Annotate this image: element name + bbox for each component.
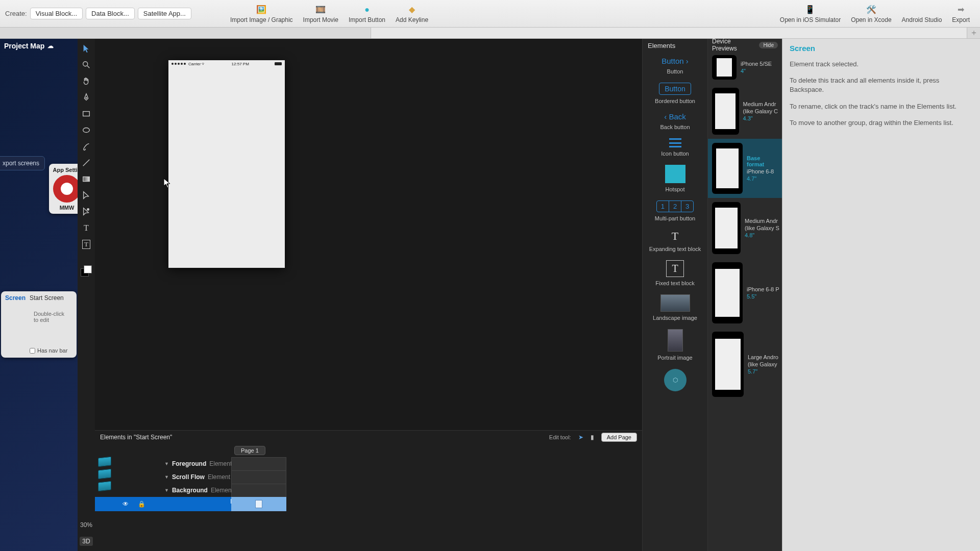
screen-card[interactable]: Screen Start Screen Double-click to edit… bbox=[1, 291, 77, 358]
portrait-image-preview bbox=[668, 329, 683, 352]
node-select-tool[interactable] bbox=[81, 206, 92, 217]
import-movie-button[interactable]: 🎞️ Import Movie bbox=[303, 4, 338, 23]
elements-library-panel: Elements Button › Button Button Bordered… bbox=[642, 39, 707, 551]
rectangle-tool[interactable] bbox=[81, 108, 92, 119]
element-item-back-button[interactable]: ‹ Back Back button bbox=[643, 108, 707, 134]
element-item-bordered-button[interactable]: Button Bordered button bbox=[643, 79, 707, 108]
element-label: Multi-part button bbox=[655, 215, 695, 221]
open-xcode-button[interactable]: 🛠️ Open in Xcode bbox=[851, 4, 891, 23]
export-button[interactable]: ➡︎ Export bbox=[952, 4, 970, 23]
element-item-expanding-text[interactable]: T Expanding text block bbox=[643, 226, 707, 256]
back-button-preview: ‹ Back bbox=[664, 112, 686, 121]
device-item-iphone6-8[interactable]: Base formatiPhone 6-84.7" bbox=[708, 139, 782, 198]
add-keyline-button[interactable]: ◆ Add Keyline bbox=[396, 4, 428, 23]
layer-icon[interactable] bbox=[98, 469, 111, 480]
ellipse-tool[interactable] bbox=[81, 124, 92, 136]
device-item-android-43[interactable]: Medium Andr(like Galaxy C4.3" bbox=[708, 84, 782, 139]
create-satellite-app-button[interactable]: Satellite App... bbox=[138, 8, 191, 19]
lock-icon[interactable]: 🔒 bbox=[138, 500, 145, 508]
app-logo-icon bbox=[53, 175, 78, 203]
has-nav-bar-checkbox[interactable]: Has nav bar bbox=[30, 347, 67, 354]
device-frame-icon bbox=[712, 332, 744, 397]
edit-tool-label: Edit tool: bbox=[549, 434, 571, 440]
elements-timeline-panel: Elements in "Start Screen" Edit tool: ➤ … bbox=[95, 430, 642, 551]
device-frame-icon bbox=[712, 202, 741, 254]
element-label: Back button bbox=[660, 124, 690, 130]
device-previews-panel: Device Previews Hide iPhone 5/SE4" Mediu… bbox=[707, 39, 782, 551]
selected-track-block[interactable] bbox=[231, 497, 286, 511]
device-previews-header: Device Previews bbox=[712, 39, 756, 52]
line-tool[interactable] bbox=[81, 157, 92, 168]
top-toolbar: Create: Visual Block... Data Block... Sa… bbox=[0, 0, 980, 28]
element-item-icon-button[interactable]: Icon button bbox=[643, 134, 707, 161]
device-item-iphone-plus[interactable]: iPhone 6-8 P5.5" bbox=[708, 258, 782, 328]
element-item-button[interactable]: Button › Button bbox=[643, 53, 707, 79]
canvas-area[interactable]: Carrier ᯤ 12:57 PM Elements in "Start Sc… bbox=[95, 39, 642, 551]
text-tool[interactable]: T bbox=[81, 222, 92, 234]
layer-icon[interactable] bbox=[98, 481, 111, 492]
three-d-toggle[interactable]: 3D bbox=[80, 537, 92, 546]
text-box-tool[interactable]: T bbox=[81, 239, 92, 250]
element-item-portrait-image[interactable]: Portrait image bbox=[643, 325, 707, 365]
element-item-multipart-button[interactable]: 123 Multi-part button bbox=[643, 196, 707, 226]
device-item-android-48[interactable]: Medium Andr(like Galaxy S4.8" bbox=[708, 198, 782, 258]
document-tab[interactable] bbox=[0, 28, 371, 38]
project-map-title: Project Map bbox=[4, 42, 44, 50]
inspector-text: To rename, click on the track's name in … bbox=[790, 102, 973, 111]
hide-device-previews-button[interactable]: Hide bbox=[759, 42, 778, 48]
screen-card-name: Start Screen bbox=[30, 294, 64, 302]
element-label: Hotspot bbox=[666, 186, 685, 192]
import-button-label: Import Button bbox=[349, 16, 385, 23]
disclosure-triangle-icon[interactable]: ▼ bbox=[164, 461, 169, 466]
add-tab-button[interactable]: ＋ bbox=[967, 28, 980, 38]
device-size: 5.7" bbox=[748, 368, 778, 374]
app-settings-card[interactable]: App Settin MMW bbox=[49, 164, 78, 214]
direct-select-tool[interactable] bbox=[81, 190, 92, 201]
project-map-panel: Project Map ☁︎ xport screens App Settin … bbox=[0, 39, 78, 551]
device-size: 4.7" bbox=[747, 176, 778, 182]
layer-stack-icons bbox=[98, 457, 111, 491]
open-ios-simulator-button[interactable]: 📱 Open in iOS Simulator bbox=[780, 4, 841, 23]
layer-icon[interactable] bbox=[98, 457, 111, 467]
device-status-bar: Carrier ᯤ 12:57 PM bbox=[168, 60, 285, 67]
xcode-icon: 🛠️ bbox=[866, 4, 877, 15]
gradient-tool[interactable] bbox=[81, 173, 92, 185]
element-item-landscape-image[interactable]: Landscape image bbox=[643, 290, 707, 325]
element-item-fixed-text[interactable]: T Fixed text block bbox=[643, 256, 707, 290]
import-image-button[interactable]: 🖼️ Import Image / Graphic bbox=[230, 4, 293, 23]
element-label: Landscape image bbox=[653, 315, 697, 321]
select-tool[interactable] bbox=[81, 43, 92, 54]
visibility-icon[interactable]: 👁 bbox=[122, 500, 129, 508]
create-visual-block-button[interactable]: Visual Block... bbox=[30, 8, 83, 19]
device-preview-frame: Carrier ᯤ 12:57 PM bbox=[168, 60, 285, 268]
page-chip[interactable]: Page 1 bbox=[234, 446, 265, 455]
edit-tool-arrow-icon[interactable]: ➤ bbox=[578, 434, 583, 441]
has-nav-bar-input[interactable] bbox=[30, 348, 35, 354]
elements-header: Elements bbox=[643, 39, 707, 53]
expanding-text-preview: T bbox=[672, 230, 678, 243]
color-swatch[interactable] bbox=[81, 265, 92, 277]
zoom-tool[interactable] bbox=[81, 59, 92, 70]
hand-tool[interactable] bbox=[81, 76, 92, 87]
base-format-label: Base format bbox=[747, 155, 778, 167]
disclosure-triangle-icon[interactable]: ▼ bbox=[164, 488, 169, 493]
android-studio-button[interactable]: Android Studio bbox=[902, 4, 942, 23]
export-screens-bubble[interactable]: xport screens bbox=[0, 156, 45, 170]
edit-tool-clip-icon[interactable]: ▮ bbox=[591, 434, 594, 441]
button-preview: Button › bbox=[662, 57, 689, 65]
device-name: Medium Andr bbox=[745, 218, 779, 224]
cloud-icon: ☁︎ bbox=[47, 42, 54, 49]
add-page-button[interactable]: Add Page bbox=[601, 433, 637, 442]
create-data-block-button[interactable]: Data Block... bbox=[86, 8, 135, 19]
import-button-button[interactable]: ● Import Button bbox=[349, 4, 385, 23]
device-item-iphone5[interactable]: iPhone 5/SE4" bbox=[708, 51, 782, 84]
brush-tool[interactable] bbox=[81, 141, 92, 152]
pen-tool[interactable] bbox=[81, 92, 92, 103]
foreground-color-swatch[interactable] bbox=[84, 265, 92, 273]
element-item-geometry[interactable]: ⬡ bbox=[643, 365, 707, 395]
device-item-large-android[interactable]: Large Andro(like Galaxy5.7" bbox=[708, 328, 782, 401]
landscape-image-preview bbox=[660, 294, 690, 312]
disclosure-triangle-icon[interactable]: ▼ bbox=[164, 474, 169, 480]
device-frame-icon bbox=[712, 88, 739, 135]
element-item-hotspot[interactable]: Hotspot bbox=[643, 161, 707, 196]
